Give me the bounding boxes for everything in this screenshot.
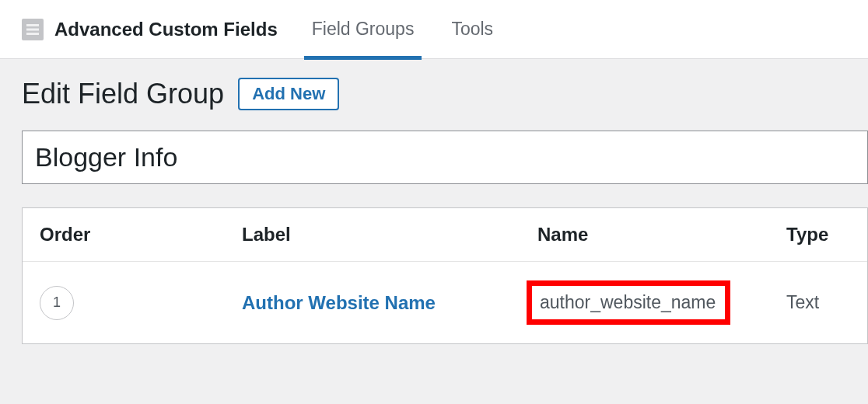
page-title: Edit Field Group	[22, 78, 224, 110]
table-row[interactable]: 1 Author Website Name author_website_nam…	[23, 262, 867, 343]
add-new-button[interactable]: Add New	[238, 78, 339, 110]
name-cell: author_website_name	[537, 280, 786, 325]
label-cell: Author Website Name	[242, 292, 537, 314]
header-order: Order	[40, 224, 242, 246]
tab-label: Field Groups	[312, 19, 415, 40]
order-badge[interactable]: 1	[40, 286, 74, 320]
svg-rect-1	[26, 28, 39, 30]
page-head: Edit Field Group Add New	[22, 78, 868, 110]
fields-header: Order Label Name Type	[23, 208, 867, 262]
group-title-wrap	[22, 131, 868, 184]
group-title-input[interactable]	[22, 131, 868, 184]
field-label-link[interactable]: Author Website Name	[242, 292, 436, 313]
header-name: Name	[537, 224, 786, 246]
svg-rect-0	[26, 24, 39, 26]
field-type: Text	[786, 292, 819, 312]
tab-tools[interactable]: Tools	[448, 0, 496, 59]
highlight-annotation: author_website_name	[527, 280, 730, 325]
order-cell: 1	[40, 286, 242, 320]
header-label: Label	[242, 224, 537, 246]
top-nav: Advanced Custom Fields Field Groups Tool…	[0, 0, 868, 59]
tab-field-groups[interactable]: Field Groups	[309, 0, 418, 59]
acf-icon	[22, 19, 44, 40]
type-cell: Text	[786, 292, 850, 313]
plugin-name: Advanced Custom Fields	[22, 19, 278, 40]
svg-rect-2	[26, 33, 39, 35]
fields-box: Order Label Name Type 1 Author Website N…	[22, 207, 868, 344]
tab-label: Tools	[451, 19, 493, 40]
page-area: Edit Field Group Add New Order Label Nam…	[0, 59, 868, 344]
plugin-name-text: Advanced Custom Fields	[54, 19, 278, 40]
header-type: Type	[786, 224, 850, 246]
field-name: author_website_name	[540, 292, 716, 312]
